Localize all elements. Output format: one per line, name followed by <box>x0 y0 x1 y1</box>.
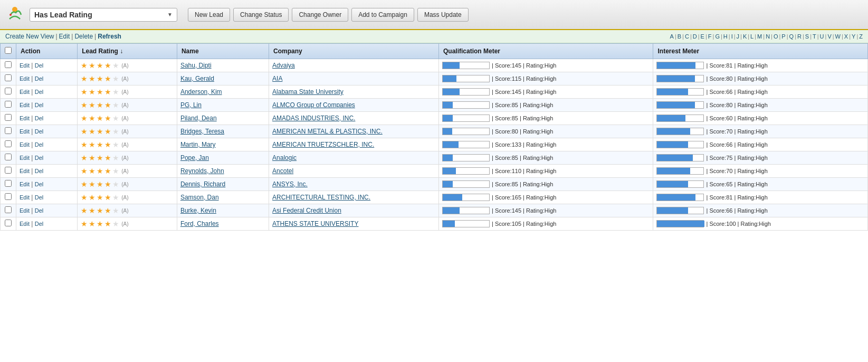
alpha-m[interactable]: M <box>757 33 762 40</box>
edit-link-row[interactable]: Edit <box>20 102 30 108</box>
alpha-w[interactable]: W <box>835 33 841 40</box>
change-owner-button[interactable]: Change Owner <box>292 8 348 22</box>
company-link[interactable]: AMERICAN METAL & PLASTICS, INC. <box>272 128 383 135</box>
alpha-d[interactable]: D <box>693 33 697 40</box>
del-link-row[interactable]: Del <box>35 181 44 187</box>
row-checkbox[interactable] <box>5 140 12 147</box>
view-selector-dropdown[interactable]: Has Lead Rating ▼ <box>30 8 177 22</box>
alpha-u[interactable]: U <box>820 33 824 40</box>
name-link[interactable]: Bridges, Teresa <box>180 128 224 135</box>
company-link[interactable]: Asi Federal Credit Union <box>272 207 341 214</box>
alpha-t[interactable]: T <box>813 33 816 40</box>
new-lead-button[interactable]: New Lead <box>188 8 230 22</box>
company-link[interactable]: Analogic <box>272 154 297 161</box>
edit-link-row[interactable]: Edit <box>20 168 30 174</box>
del-link-row[interactable]: Del <box>35 115 44 121</box>
alpha-q[interactable]: Q <box>789 33 794 40</box>
del-link-row[interactable]: Del <box>35 75 44 82</box>
alpha-c[interactable]: C <box>685 33 689 40</box>
alpha-r[interactable]: R <box>797 33 802 40</box>
row-checkbox[interactable] <box>5 101 12 108</box>
edit-link-row[interactable]: Edit <box>20 221 30 227</box>
del-link-row[interactable]: Del <box>35 168 44 174</box>
edit-link-row[interactable]: Edit <box>20 62 30 69</box>
name-link[interactable]: Piland, Dean <box>180 115 217 122</box>
del-link-row[interactable]: Del <box>35 62 44 69</box>
row-checkbox[interactable] <box>5 206 12 213</box>
alpha-z[interactable]: Z <box>859 33 863 40</box>
alpha-i[interactable]: I <box>731 33 733 40</box>
name-link[interactable]: Dennis, Richard <box>180 180 225 188</box>
select-all-checkbox[interactable] <box>5 47 12 54</box>
alpha-j[interactable]: J <box>737 33 740 40</box>
name-link[interactable]: Pope, Jan <box>180 154 209 161</box>
company-link[interactable]: AMADAS INDUSTRIES, INC. <box>272 115 355 122</box>
name-link[interactable]: Ford, Charles <box>180 220 219 227</box>
company-link[interactable]: ATHENS STATE UNIVERSITY <box>272 220 358 227</box>
name-link[interactable]: Kau, Gerald <box>180 75 214 82</box>
del-link-row[interactable]: Del <box>35 207 44 214</box>
row-checkbox[interactable] <box>5 114 12 121</box>
edit-link-row[interactable]: Edit <box>20 128 30 135</box>
company-link[interactable]: Advaiya <box>272 62 295 69</box>
row-checkbox[interactable] <box>5 220 12 226</box>
edit-link-row[interactable]: Edit <box>20 194 30 201</box>
mass-update-button[interactable]: Mass Update <box>417 8 469 22</box>
alpha-b[interactable]: B <box>678 33 681 40</box>
th-name[interactable]: Name <box>177 44 269 59</box>
delete-link[interactable]: Delete <box>74 33 93 40</box>
row-checkbox[interactable] <box>5 167 12 174</box>
company-link[interactable]: ALMCO Group of Companies <box>272 101 355 109</box>
alpha-p[interactable]: P <box>781 33 785 40</box>
name-link[interactable]: Samson, Dan <box>180 194 219 201</box>
edit-link-row[interactable]: Edit <box>20 115 30 121</box>
del-link-row[interactable]: Del <box>35 155 44 161</box>
name-link[interactable]: Anderson, Kim <box>180 88 222 96</box>
row-checkbox[interactable] <box>5 127 12 134</box>
alpha-n[interactable]: N <box>766 33 770 40</box>
refresh-link[interactable]: Refresh <box>98 33 121 40</box>
edit-link-row[interactable]: Edit <box>20 207 30 214</box>
edit-link-row[interactable]: Edit <box>20 155 30 161</box>
change-status-button[interactable]: Change Status <box>233 8 289 22</box>
row-checkbox[interactable] <box>5 180 12 187</box>
alpha-a[interactable]: A <box>670 33 674 40</box>
edit-link[interactable]: Edit <box>59 33 70 40</box>
alpha-g[interactable]: G <box>715 33 720 40</box>
del-link-row[interactable]: Del <box>35 89 44 95</box>
alpha-o[interactable]: O <box>774 33 778 40</box>
row-checkbox[interactable] <box>5 74 12 81</box>
company-link[interactable]: ANSYS, Inc. <box>272 180 308 188</box>
del-link-row[interactable]: Del <box>35 221 44 227</box>
name-link[interactable]: Martin, Mary <box>180 141 216 148</box>
alpha-l[interactable]: L <box>750 33 753 40</box>
th-company[interactable]: Company <box>269 44 439 59</box>
row-checkbox[interactable] <box>5 154 12 160</box>
th-interest-meter[interactable]: Interest Meter <box>653 44 868 59</box>
alpha-e[interactable]: E <box>701 33 704 40</box>
company-link[interactable]: Alabama State University <box>272 88 344 96</box>
row-checkbox[interactable] <box>5 88 12 94</box>
edit-link-row[interactable]: Edit <box>20 75 30 82</box>
del-link-row[interactable]: Del <box>35 141 44 148</box>
th-qualification-meter[interactable]: Qualification Meter <box>438 44 653 59</box>
del-link-row[interactable]: Del <box>35 102 44 108</box>
name-link[interactable]: PG, Lin <box>180 101 202 109</box>
row-checkbox[interactable] <box>5 61 12 68</box>
alpha-h[interactable]: H <box>723 33 728 40</box>
row-checkbox[interactable] <box>5 193 12 200</box>
name-link[interactable]: Burke, Kevin <box>180 207 216 214</box>
del-link-row[interactable]: Del <box>35 128 44 135</box>
name-link[interactable]: Sahu, Dipti <box>180 62 212 69</box>
alpha-f[interactable]: F <box>708 33 712 40</box>
alpha-x[interactable]: X <box>844 33 848 40</box>
name-link[interactable]: Reynolds, John <box>180 167 224 175</box>
add-to-campaign-button[interactable]: Add to Campaign <box>351 8 414 22</box>
company-link[interactable]: AIA <box>272 75 282 82</box>
edit-link-row[interactable]: Edit <box>20 181 30 187</box>
edit-link-row[interactable]: Edit <box>20 141 30 148</box>
company-link[interactable]: AMERICAN TRUETZSCHLER, INC. <box>272 141 374 148</box>
del-link-row[interactable]: Del <box>35 194 44 201</box>
alpha-v[interactable]: V <box>827 33 831 40</box>
company-link[interactable]: Ancotel <box>272 167 293 175</box>
